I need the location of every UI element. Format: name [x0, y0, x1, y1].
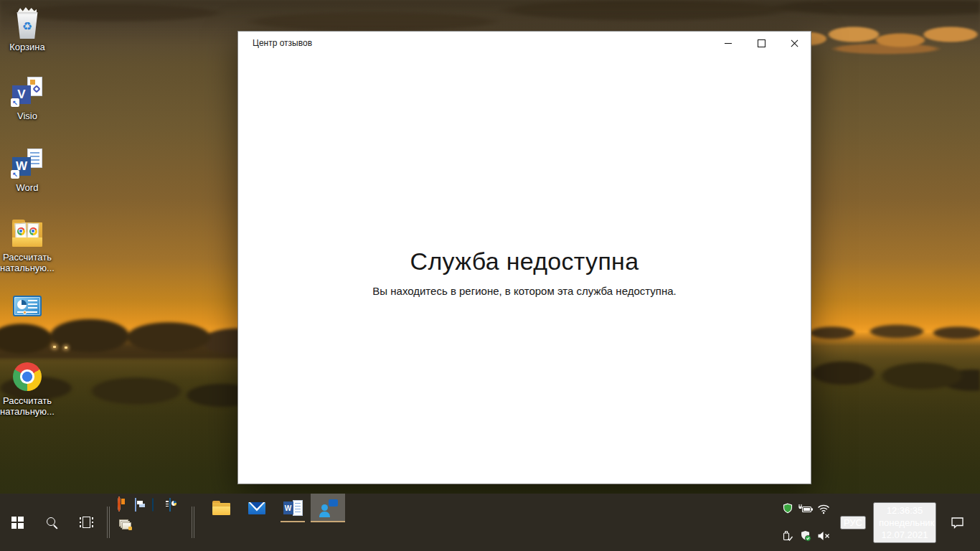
volume-muted-icon[interactable]: [813, 530, 834, 542]
clock-day: понедельник: [879, 517, 930, 529]
action-center-button[interactable]: [943, 494, 971, 551]
window-titlebar[interactable]: Центр отзывов: [238, 32, 811, 55]
desktop-icon-label: Корзина: [9, 42, 45, 52]
running-indicator: [281, 521, 305, 522]
clock[interactable]: 12:36:35 понедельник 12.07.2021: [873, 502, 936, 543]
system-tray: РУС 12:36:35 понедельник 12.07.2021: [779, 494, 980, 551]
word-icon: W ↖: [11, 148, 44, 179]
error-heading: Служба недоступна: [238, 248, 811, 276]
close-button[interactable]: [778, 32, 811, 55]
shortcut-arrow-icon: ↖: [11, 98, 19, 107]
recycle-bin-icon: ♻: [15, 7, 39, 39]
feedback-hub-icon: [319, 499, 338, 517]
clock-time: 12:36:35: [879, 504, 930, 517]
shortcut-arrow-icon: ↖: [11, 170, 19, 179]
chrome-icon: [17, 227, 25, 235]
presentation-app-icon[interactable]: [118, 498, 121, 511]
mail-icon: [248, 502, 265, 514]
toolbar-grip[interactable]: [107, 507, 110, 538]
word-icon: W: [283, 500, 303, 516]
task-view-icon: [80, 517, 93, 528]
system-settings-icon: [13, 287, 42, 319]
wallpaper-treeline-right: [804, 321, 980, 344]
taskbar-mail[interactable]: [240, 494, 274, 522]
folder-icon: [11, 217, 43, 249]
chrome-icon: [13, 361, 42, 392]
wifi-icon[interactable]: [813, 503, 834, 515]
chrome-icon: [29, 227, 37, 235]
recycle-glyph: ♻: [22, 21, 32, 32]
desktop-screen: ♻ Корзина V ↖ Visio W ↖ Word: [0, 0, 980, 551]
taskbar-file-explorer[interactable]: [204, 494, 238, 522]
wallpaper-cloud-band: [786, 16, 980, 66]
active-indicator: [311, 521, 345, 522]
search-icon: [46, 517, 58, 529]
task-view-button[interactable]: [69, 494, 103, 551]
desktop-icon-folder-natal-chart[interactable]: Рассчитать натальную...: [1, 217, 53, 273]
taskbar: W: [0, 494, 980, 551]
desktop-icon-system-settings[interactable]: [1, 287, 53, 319]
usb-device-icon[interactable]: [778, 529, 798, 542]
feedback-hub-window: Центр отзывов Служба недоступна Вы наход…: [237, 31, 811, 484]
windows-logo-icon: [11, 517, 24, 529]
taskbar-feedback-hub[interactable]: [311, 494, 345, 522]
wallpaper-house-lights: [53, 346, 75, 352]
error-subtitle: Вы находитесь в регионе, в котором эта с…: [238, 285, 811, 297]
search-button[interactable]: [34, 494, 69, 551]
start-button[interactable]: [0, 494, 34, 551]
clock-date: 12.07.2021: [879, 529, 930, 541]
window-content: Служба недоступна Вы находитесь в регион…: [238, 248, 811, 297]
taskbar-word[interactable]: W: [275, 494, 310, 522]
desktop-icon-word[interactable]: W ↖ Word: [1, 148, 53, 193]
display-icon[interactable]: [152, 499, 154, 512]
wallpaper-treeline: [0, 314, 262, 359]
minimize-button[interactable]: [712, 32, 745, 55]
desktop-icon-label: Рассчитать натальную...: [0, 395, 55, 417]
language-indicator[interactable]: РУС: [840, 516, 866, 529]
visio-icon: V ↖: [11, 76, 44, 108]
desktop-icon-label: Word: [17, 182, 39, 193]
desktop-icon-label: Рассчитать натальную...: [0, 252, 55, 273]
window-title: Центр отзывов: [253, 38, 312, 48]
desktop-icon-visio[interactable]: V ↖ Visio: [1, 76, 53, 121]
desktop-icon-chrome-natal-chart[interactable]: Рассчитать натальную...: [1, 361, 53, 417]
desktop-icon-label: Visio: [17, 110, 37, 121]
desktop-icon-recycle-bin[interactable]: ♻ Корзина: [1, 7, 53, 52]
wallpaper-bushes-right: [807, 352, 980, 409]
remote-desktop-icon[interactable]: [135, 499, 136, 512]
action-center-icon: [950, 516, 965, 529]
computer-management-icon[interactable]: [169, 499, 171, 512]
toolbar-grip[interactable]: [192, 507, 194, 538]
file-explorer-icon: [212, 501, 230, 515]
maximize-button[interactable]: [745, 32, 778, 55]
